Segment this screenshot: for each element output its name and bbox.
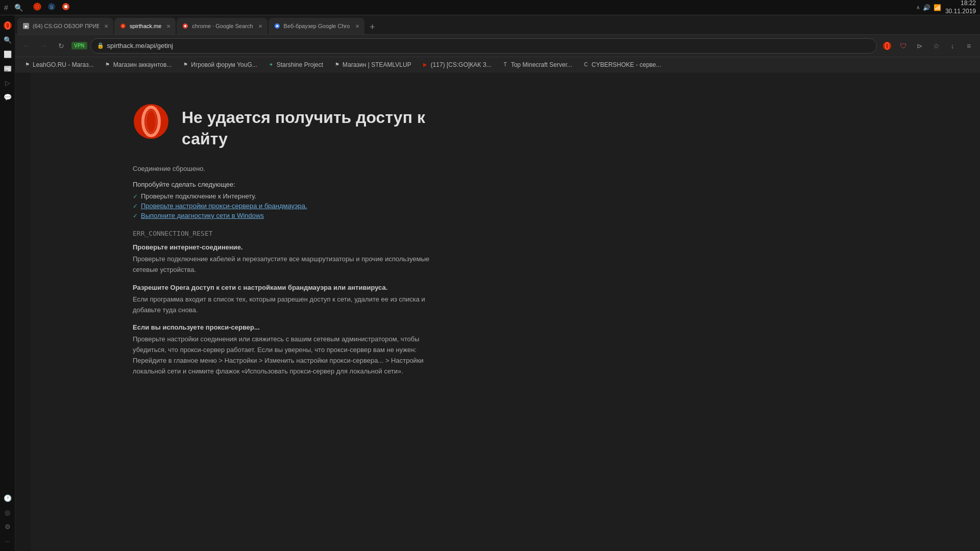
connection-reset-text: Соединение сброшено. bbox=[133, 165, 449, 172]
tab-1[interactable]: ▶ (64) CS:GO ОБЗОР ПРИВ... ✕ bbox=[17, 18, 113, 34]
sidebar-more-icon[interactable]: ··· bbox=[2, 535, 14, 547]
bookmark-accounts-label: Магазин аккаунтов... bbox=[113, 61, 172, 68]
error-title: Не удается получить доступ к сайту bbox=[182, 107, 449, 149]
bookmark-leahgo[interactable]: ⚑ LeahGO.RU - Магаз... bbox=[19, 60, 98, 69]
section1-text: Проверьте подключение кабелей и перезапу… bbox=[133, 254, 449, 276]
opera-logo bbox=[133, 103, 169, 141]
tray-arrow-icon: ∧ bbox=[916, 5, 920, 10]
taskbar-chrome-icon[interactable] bbox=[62, 3, 70, 12]
download-icon[interactable]: ↓ bbox=[945, 39, 960, 53]
tab-2-favicon bbox=[119, 22, 127, 30]
time-display: 18:22 30.11.2019 bbox=[945, 0, 976, 15]
network-icon: 📶 bbox=[934, 4, 941, 11]
left-sidebar: 🔍 ⬜ 📰 ▷ 💬 🕐 ◎ ⚙ ··· bbox=[0, 15, 15, 551]
date: 30.11.2019 bbox=[945, 8, 976, 16]
try-following-label: Попробуйте сделать следующее: bbox=[133, 181, 449, 188]
shield-icon[interactable]: 🛡 bbox=[896, 39, 911, 53]
tab-4[interactable]: Веб-браузер Google Chrome ✕ bbox=[268, 18, 364, 34]
tab-2[interactable]: spirthack.me ✕ bbox=[114, 18, 176, 34]
bookmark-youg-icon: ⚑ bbox=[182, 61, 189, 68]
sidebar-wallet-icon[interactable]: ◎ bbox=[2, 506, 14, 518]
sidebar-messenger-icon[interactable]: 💬 bbox=[2, 91, 14, 103]
section3-text: Проверьте настройки соединения или свяжи… bbox=[133, 334, 449, 377]
bookmark-minecraft-icon: T bbox=[502, 61, 509, 68]
tab-3[interactable]: chrome · Google Search ✕ bbox=[177, 18, 267, 34]
suggestion-text-1: Проверьте подключение к Интернету. bbox=[141, 192, 256, 200]
taskbar-app-icon[interactable] bbox=[33, 3, 41, 12]
svg-point-15 bbox=[276, 25, 278, 27]
bookmark-steamlvlup-label: Магазин | STEAMLVLUP bbox=[342, 61, 411, 68]
bookmark-minecraft-label: Top Minecraft Server... bbox=[511, 61, 572, 68]
tab-3-label: chrome · Google Search bbox=[192, 23, 253, 29]
new-tab-button[interactable]: + bbox=[365, 20, 380, 34]
sidebar-player-icon[interactable]: ▷ bbox=[2, 77, 14, 89]
taskbar-search-icon[interactable]: 🔍 bbox=[14, 4, 23, 12]
reload-button[interactable]: ↻ bbox=[54, 39, 68, 53]
bookmark-starshine-icon: ✦ bbox=[267, 61, 275, 68]
suggestion-item-2: ✓ Проверьте настройки прокси-сервера и б… bbox=[133, 202, 449, 210]
menu-icon[interactable]: ≡ bbox=[962, 39, 976, 53]
clock: 18:22 bbox=[945, 0, 976, 8]
sidebar-tabs-icon[interactable]: ⬜ bbox=[2, 48, 14, 60]
bookmark-steamlvlup-icon: ⚑ bbox=[333, 61, 340, 68]
bookmark-minecraft[interactable]: T Top Minecraft Server... bbox=[498, 60, 576, 69]
svg-point-5 bbox=[64, 5, 67, 8]
tab-1-close[interactable]: ✕ bbox=[104, 23, 108, 29]
section2-text: Если программа входит в список тех, кото… bbox=[133, 294, 449, 316]
sidebar-opera-icon[interactable] bbox=[2, 19, 14, 32]
check-icon-3: ✓ bbox=[133, 212, 138, 219]
bookmark-steamlvlup[interactable]: ⚑ Магазин | STEAMLVLUP bbox=[329, 60, 415, 69]
address-lock-icon: 🔒 bbox=[97, 42, 104, 49]
suggestion-item-1: ✓ Проверьте подключение к Интернету. bbox=[133, 192, 449, 200]
vpn-badge[interactable]: VPN bbox=[71, 42, 87, 49]
sidebar-history-icon[interactable]: 🕐 bbox=[2, 492, 14, 504]
taskbar-left: # 🔍 S bbox=[4, 3, 70, 12]
sidebar-settings-icon[interactable]: ⚙ bbox=[2, 520, 14, 533]
svg-point-13 bbox=[184, 25, 186, 27]
suggestion-link-2[interactable]: Выполните диагностику сети в Windows bbox=[141, 212, 264, 219]
forward-button[interactable]: → bbox=[37, 39, 51, 53]
taskbar-steam-icon[interactable]: S bbox=[47, 3, 56, 12]
bookmark-starshine[interactable]: ✦ Starshine Project bbox=[263, 60, 327, 69]
tab-1-label: (64) CS:GO ОБЗОР ПРИВ... bbox=[33, 23, 99, 29]
suggestion-item-3: ✓ Выполните диагностику сети в Windows bbox=[133, 212, 449, 219]
bookmark-cybershoke[interactable]: C CYBERSHOKE - серве... bbox=[578, 60, 665, 69]
bookmarks-bar: ⚑ LeahGO.RU - Магаз... ⚑ Магазин аккаунт… bbox=[15, 57, 980, 72]
content-area: Не удается получить доступ к сайту Соеди… bbox=[31, 72, 980, 551]
bookmark-csgo[interactable]: ▶ (117) [CS:GO]КАК З... bbox=[418, 60, 496, 69]
cast-icon[interactable]: ⊳ bbox=[913, 39, 927, 53]
svg-point-10 bbox=[120, 23, 126, 29]
taskbar: # 🔍 S ∧ 🔊 📶 18:22 bbox=[0, 0, 980, 15]
tab-3-close[interactable]: ✕ bbox=[258, 23, 262, 29]
tab-4-close[interactable]: ✕ bbox=[355, 23, 359, 29]
tab-3-favicon bbox=[182, 22, 189, 30]
address-text: spirthack.me/api/getinj bbox=[107, 42, 173, 49]
sidebar-news-icon[interactable]: 📰 bbox=[2, 62, 14, 74]
error-code: ERR_CONNECTION_RESET bbox=[133, 230, 449, 237]
back-button[interactable]: ← bbox=[19, 39, 34, 53]
section1-title: Проверьте интернет-соединение. bbox=[133, 243, 449, 251]
tab-2-close[interactable]: ✕ bbox=[166, 23, 170, 29]
taskbar-right: ∧ 🔊 📶 18:22 30.11.2019 bbox=[916, 0, 976, 15]
volume-icon: 🔊 bbox=[923, 4, 930, 11]
bookmark-youg[interactable]: ⚑ Игровой форум YouG... bbox=[178, 60, 261, 69]
bookmark-leahgo-icon: ⚑ bbox=[23, 61, 31, 68]
section3-title: Если вы используете прокси-сервер... bbox=[133, 323, 449, 331]
opera-menu-icon[interactable] bbox=[880, 39, 894, 53]
bookmark-accounts-icon: ⚑ bbox=[104, 61, 111, 68]
system-tray: ∧ 🔊 📶 bbox=[916, 4, 941, 11]
hashtag-icon: # bbox=[4, 4, 8, 12]
bookmark-accounts[interactable]: ⚑ Магазин аккаунтов... bbox=[100, 60, 176, 69]
bookmark-cybershoke-label: CYBERSHOKE - серве... bbox=[592, 61, 661, 68]
bookmark-leahgo-label: LeahGO.RU - Магаз... bbox=[33, 61, 94, 68]
address-bar[interactable]: 🔒 spirthack.me/api/getinj bbox=[90, 38, 877, 54]
bookmark-star-icon[interactable]: ☆ bbox=[929, 39, 943, 53]
bookmark-cybershoke-icon: C bbox=[582, 61, 590, 68]
bookmark-csgo-label: (117) [CS:GO]КАК З... bbox=[431, 61, 492, 68]
svg-point-6 bbox=[4, 21, 12, 30]
check-icon-2: ✓ bbox=[133, 203, 138, 210]
svg-point-1 bbox=[36, 5, 39, 8]
suggestion-link-1[interactable]: Проверьте настройки прокси-сервера и бра… bbox=[141, 202, 307, 210]
svg-text:S: S bbox=[50, 5, 53, 10]
sidebar-search-icon[interactable]: 🔍 bbox=[2, 34, 14, 46]
